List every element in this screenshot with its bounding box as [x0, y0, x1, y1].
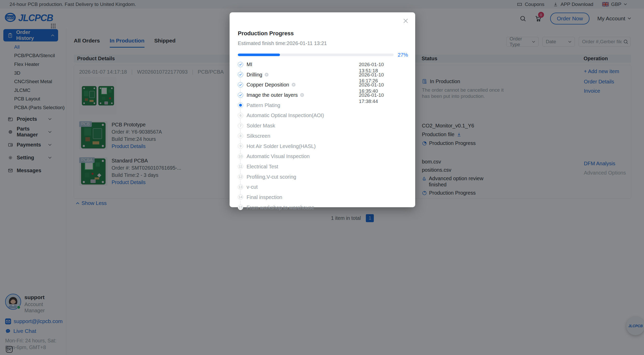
progress-step: Drilling 2026-01-1016:17:26 — [238, 72, 407, 82]
step-date: 2026-01-10 — [359, 72, 384, 78]
step-number: 15 — [238, 205, 243, 210]
progress-step: 12 Profiling,V-cut scoring — [238, 174, 407, 184]
step-number: 13 — [238, 184, 243, 190]
progress-step: 7 Solder Mask — [238, 123, 407, 133]
progress-track — [238, 54, 394, 56]
progress-step: 6 Automatic Optical Inspection(AOI) — [238, 112, 407, 123]
progress-step: 8 Silkscreen — [238, 133, 407, 143]
close-icon[interactable] — [402, 18, 409, 24]
step-number: 9 — [238, 143, 243, 149]
jlcpcb-order-history-page: 24-hour PCB production. Fast Delivery to… — [0, 0, 644, 355]
play-video-icon[interactable] — [300, 93, 304, 97]
production-progress-modal: Production Progress Estimated finish tim… — [230, 12, 415, 207]
progress-step: 11 Electrical Test — [238, 164, 407, 174]
progress-fill — [238, 54, 280, 56]
step-number: 7 — [238, 123, 243, 128]
progress-step: 13 v-cut — [238, 184, 407, 194]
step-date: 2026-01-10 — [359, 62, 384, 68]
step-number: 12 — [238, 174, 243, 179]
step-check-icon — [238, 82, 243, 88]
step-date: 2026-01-10 — [359, 82, 384, 88]
step-current-icon — [238, 102, 243, 108]
step-date: 2026-01-10 — [359, 92, 384, 98]
step-number: 8 — [238, 133, 243, 138]
play-video-icon[interactable] — [292, 83, 296, 87]
progress-step: Copper Deposition 2026-01-1016:35:40 — [238, 82, 407, 92]
play-video-icon[interactable] — [265, 73, 269, 77]
step-number: 14 — [238, 194, 243, 200]
step-number: 11 — [238, 164, 243, 169]
estimated-finish-time: Estimated finish time:2026-01-11 13:21 — [238, 40, 327, 46]
step-check-icon — [238, 92, 243, 98]
progress-step: 14 Final inspection — [238, 194, 407, 205]
step-number: 6 — [238, 113, 243, 118]
progress-percent: 27% — [397, 52, 408, 58]
progress-step-current: Pattern Plating — [238, 102, 407, 113]
progress-step: 9 Hot Air Solder Leveling(HASL) — [238, 143, 407, 154]
step-number: 10 — [238, 154, 243, 159]
step-check-icon — [238, 62, 243, 67]
step-check-icon — [238, 72, 243, 77]
progress-bar: 27% — [238, 52, 408, 58]
production-steps-list: MI 2026-01-1013:51:18 Drilling 2026-01-1… — [238, 62, 407, 215]
modal-title: Production Progress — [238, 30, 294, 37]
progress-step: 10 Automatic Visual Inspection — [238, 153, 407, 164]
progress-step: 15 From workshop to warehouse — [238, 205, 407, 215]
progress-step: MI 2026-01-1013:51:18 — [238, 62, 407, 72]
progress-step: Image the outer layers 2026-01-1017:38:4… — [238, 92, 407, 102]
